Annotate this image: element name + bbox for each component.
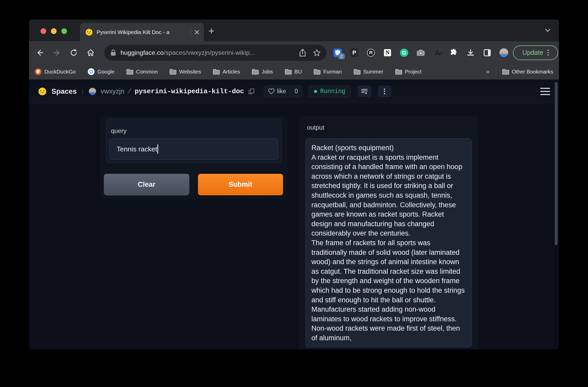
- bookmark-folder-summer[interactable]: Summer: [354, 69, 383, 75]
- space-options-kebab-button[interactable]: [378, 85, 391, 97]
- bookmark-folder-websites[interactable]: Websites: [170, 69, 201, 75]
- extension-p-icon[interactable]: P: [350, 48, 359, 57]
- extension-font-changer-icon[interactable]: A✓: [433, 48, 442, 57]
- huggingface-header: Spaces | vwxyzjn / pyserini-wikipedia-ki…: [29, 79, 559, 103]
- bookmark-folder-jobs[interactable]: Jobs: [252, 69, 273, 75]
- macos-close-button[interactable]: [41, 28, 46, 34]
- bookmark-folder-bu[interactable]: BU: [285, 69, 302, 75]
- duckduckgo-favicon-icon: [35, 68, 42, 75]
- macos-fullscreen-button[interactable]: [61, 28, 67, 34]
- bookmark-folder-articles[interactable]: Articles: [213, 69, 240, 75]
- reload-button[interactable]: [67, 46, 81, 59]
- tab-strip: Pyserini Wikipedia Kilt Doc - a +: [29, 19, 559, 41]
- folder-icon: [170, 69, 176, 75]
- forward-button[interactable]: [50, 46, 64, 59]
- bookmark-star-icon[interactable]: [313, 49, 321, 57]
- home-button[interactable]: [84, 46, 97, 59]
- back-button[interactable]: [33, 46, 47, 59]
- path-separator: /: [128, 88, 132, 95]
- url-path: /spaces/vwxyzjn/pyserini-wikip...: [164, 49, 255, 56]
- status-badge-running[interactable]: Running: [309, 85, 351, 97]
- running-dot-icon: [314, 90, 317, 93]
- extension-screenshot-camera-icon[interactable]: [416, 48, 425, 57]
- browser-toolbar: huggingface.co/spaces/vwxyzjn/pyserini-w…: [29, 41, 559, 64]
- browser-tab[interactable]: Pyserini Wikipedia Kilt Doc - a: [80, 23, 204, 41]
- hugging-face-favicon-icon: [85, 28, 93, 36]
- folder-icon: [213, 69, 220, 75]
- folder-icon: [354, 69, 360, 75]
- query-input-value: Tennis racket: [117, 145, 157, 153]
- bookmark-duckduckgo[interactable]: DuckDuckGo: [35, 68, 76, 75]
- bookmarks-divider: [496, 68, 496, 76]
- kebab-icon: [384, 88, 385, 95]
- extensions-puzzle-icon[interactable]: [450, 48, 458, 57]
- owner-avatar[interactable]: [89, 88, 96, 95]
- side-panel-icon[interactable]: [483, 48, 492, 57]
- folder-icon: [395, 69, 402, 75]
- bookmark-folder-furman[interactable]: Furman: [314, 69, 342, 75]
- query-label: query: [111, 127, 126, 135]
- chrome-update-button[interactable]: Update: [513, 45, 558, 60]
- page-scrollbar-thumb[interactable]: [555, 82, 558, 245]
- repo-name-link[interactable]: pyserini-wikipedia-kilt-doc: [135, 88, 244, 95]
- logs-icon: [361, 88, 368, 95]
- url-host: huggingface.co: [121, 49, 164, 56]
- spaces-brand-label[interactable]: Spaces: [51, 87, 77, 96]
- output-card: output Racket (sports equipment) A racke…: [299, 116, 478, 349]
- brand-divider: |: [82, 88, 84, 95]
- hamburger-menu-icon[interactable]: [540, 88, 550, 95]
- tab-search-chevron-icon[interactable]: [544, 28, 551, 33]
- like-button[interactable]: like 0: [264, 85, 302, 97]
- folder-icon: [285, 69, 292, 75]
- extension-grammarly-icon[interactable]: G: [400, 48, 409, 57]
- folder-icon: [126, 69, 133, 75]
- hugging-face-logo-icon[interactable]: [38, 87, 47, 96]
- browser-window: Pyserini Wikipedia Kilt Doc - a +: [29, 19, 559, 349]
- extension-notion-icon[interactable]: N: [383, 48, 392, 57]
- output-text: Racket (sports equipment) A racket or ra…: [311, 143, 465, 343]
- bookmark-folder-project[interactable]: Project: [395, 69, 422, 75]
- extension-password-manager-icon[interactable]: 2: [333, 48, 342, 57]
- update-label: Update: [522, 49, 543, 56]
- url-text: huggingface.co/spaces/vwxyzjn/pyserini-w…: [121, 49, 255, 56]
- bookmarks-overflow-chevron[interactable]: »: [486, 68, 489, 75]
- tab-separator: [191, 28, 191, 36]
- clear-button[interactable]: Clear: [104, 174, 189, 195]
- logs-button[interactable]: [358, 85, 371, 97]
- screenshot-canvas: Pyserini Wikipedia Kilt Doc - a +: [0, 0, 588, 387]
- copy-repo-name-icon[interactable]: [248, 88, 255, 95]
- submit-button[interactable]: Submit: [198, 174, 283, 195]
- output-textbox[interactable]: Racket (sports equipment) A racket or ra…: [305, 138, 472, 347]
- query-input[interactable]: Tennis racket: [110, 138, 278, 160]
- bookmark-google[interactable]: G Google: [88, 68, 115, 75]
- share-icon[interactable]: [299, 49, 306, 57]
- page-content: Spaces | vwxyzjn / pyserini-wikipedia-ki…: [29, 79, 559, 349]
- query-card: query Tennis racket Clear Submit: [100, 116, 288, 199]
- text-caret: [157, 144, 158, 154]
- google-favicon-icon: G: [88, 68, 95, 75]
- update-menu-dots-icon: [547, 49, 549, 57]
- query-group-panel: query Tennis racket: [106, 119, 282, 163]
- folder-icon: [252, 69, 259, 75]
- extension-r-icon[interactable]: R: [366, 48, 375, 57]
- owner-name-link[interactable]: vwxyzjn: [101, 87, 124, 95]
- folder-icon: [502, 69, 509, 75]
- bookmarks-bar: DuckDuckGo G Google Common Websites Arti…: [29, 64, 559, 79]
- url-address-bar[interactable]: huggingface.co/spaces/vwxyzjn/pyserini-w…: [104, 45, 326, 61]
- running-label: Running: [320, 88, 345, 95]
- new-tab-button[interactable]: +: [205, 25, 218, 37]
- folder-icon: [314, 69, 320, 75]
- like-label: like: [277, 88, 286, 95]
- tab-close-icon[interactable]: [194, 29, 200, 35]
- downloads-icon[interactable]: [466, 48, 475, 57]
- other-bookmarks-folder[interactable]: Other Bookmarks: [502, 69, 553, 75]
- like-count[interactable]: 0: [290, 86, 302, 97]
- lock-icon[interactable]: [110, 49, 116, 56]
- bookmark-folder-common[interactable]: Common: [126, 69, 158, 75]
- extensions-row: 2 P R N G: [333, 48, 508, 57]
- heart-icon: [268, 89, 275, 94]
- tab-title: Pyserini Wikipedia Kilt Doc - a: [97, 29, 189, 35]
- output-label: output: [307, 124, 324, 131]
- browser-profile-avatar[interactable]: [499, 48, 508, 57]
- macos-minimize-button[interactable]: [51, 28, 57, 34]
